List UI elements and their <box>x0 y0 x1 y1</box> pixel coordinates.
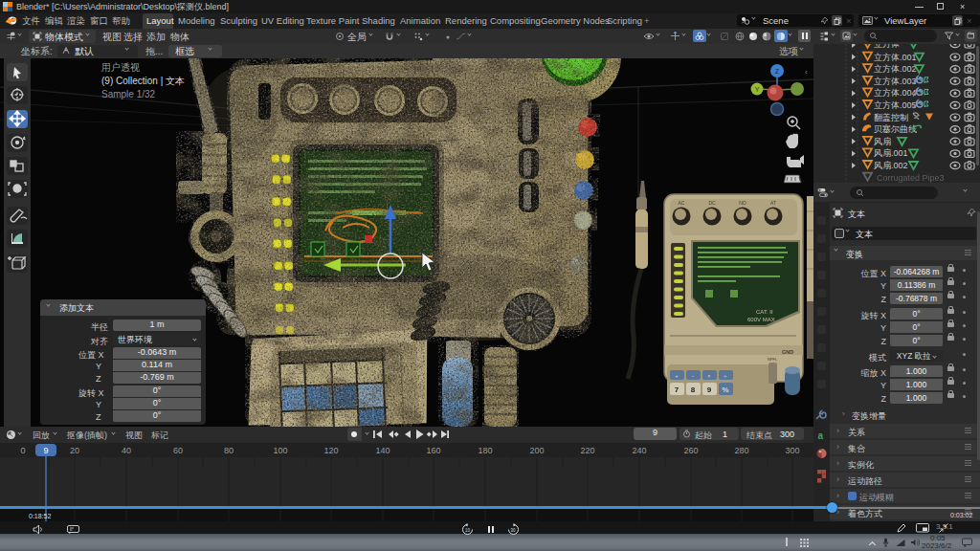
svg-text:+: + <box>675 373 679 379</box>
svg-text:翻盖控制: 翻盖控制 <box>874 113 908 122</box>
svg-text:AT: AT <box>770 200 776 206</box>
svg-text:风扇: 风扇 <box>874 137 891 146</box>
svg-text:立方体.003: 立方体.003 <box>874 77 917 86</box>
svg-text:140: 140 <box>375 446 390 455</box>
svg-text:立方体: 立方体 <box>874 44 900 49</box>
svg-text:60: 60 <box>173 446 183 455</box>
svg-text:600V MAX: 600V MAX <box>747 317 775 322</box>
svg-text:80: 80 <box>224 446 234 455</box>
svg-text:180: 180 <box>478 446 492 455</box>
svg-text:280: 280 <box>734 446 748 455</box>
svg-text:用户透视: 用户透视 <box>101 62 140 73</box>
svg-text:7: 7 <box>675 386 679 394</box>
svg-text:Sample 1/32: Sample 1/32 <box>101 89 156 99</box>
svg-text:8: 8 <box>691 386 696 394</box>
svg-text:×: × <box>707 373 711 379</box>
svg-text:GND: GND <box>782 349 793 355</box>
svg-text:100: 100 <box>273 446 287 455</box>
svg-text:120: 120 <box>323 446 338 455</box>
svg-text:贝塞尔曲线: 贝塞尔曲线 <box>874 124 917 134</box>
svg-text:260: 260 <box>683 446 698 455</box>
svg-text:0: 0 <box>20 446 25 455</box>
svg-text:40: 40 <box>122 446 131 455</box>
svg-text:300: 300 <box>785 446 799 455</box>
svg-text:Corrugated Pipe3: Corrugated Pipe3 <box>877 173 945 183</box>
svg-text:立方体.005: 立方体.005 <box>874 100 917 110</box>
svg-text:9: 9 <box>707 386 712 394</box>
svg-text:NPFL: NPFL <box>768 357 778 362</box>
svg-text:20: 20 <box>70 446 79 455</box>
svg-text:220: 220 <box>580 446 594 455</box>
svg-text:CAT. II: CAT. II <box>756 309 773 315</box>
svg-text:160: 160 <box>426 446 440 455</box>
svg-text:Z: Z <box>775 68 780 75</box>
svg-text:-: - <box>692 373 694 379</box>
svg-text:立方体.001: 立方体.001 <box>874 53 917 62</box>
svg-text:(9) Collection | 文本: (9) Collection | 文本 <box>101 76 185 86</box>
svg-text:立方体.004: 立方体.004 <box>874 88 917 98</box>
svg-text:Y: Y <box>755 86 760 93</box>
svg-text:200: 200 <box>529 446 544 455</box>
svg-text:风扇.002: 风扇.002 <box>874 161 908 170</box>
svg-text:AC: AC <box>679 200 685 206</box>
svg-text:a: a <box>818 430 824 441</box>
svg-text:%: % <box>722 386 728 394</box>
svg-text:立方体.002: 立方体.002 <box>874 64 917 74</box>
svg-text:9: 9 <box>43 446 48 455</box>
svg-text:240: 240 <box>632 446 646 455</box>
svg-text:‹: ‹ <box>805 68 808 77</box>
svg-text:DC: DC <box>708 200 716 206</box>
svg-text:风扇.001: 风扇.001 <box>874 148 908 158</box>
svg-text:NO: NO <box>739 200 746 206</box>
